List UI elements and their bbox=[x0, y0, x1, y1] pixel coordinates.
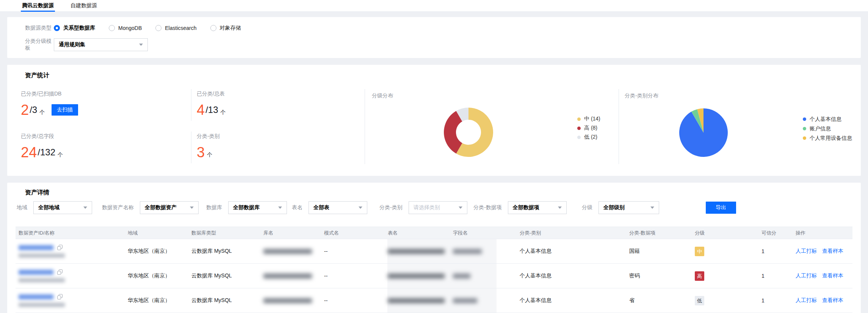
legend-dot bbox=[577, 117, 581, 121]
select-value: 全部数据资产 bbox=[145, 204, 177, 211]
view-sample-link[interactable]: 查看样本 bbox=[822, 248, 843, 255]
copy-icon[interactable] bbox=[57, 294, 63, 300]
template-label: 分类分级模板 bbox=[25, 38, 54, 52]
stat-total: /13 bbox=[205, 105, 218, 115]
col-asset-id: 数据资产ID/名称 bbox=[16, 230, 125, 236]
divider bbox=[191, 131, 191, 163]
radio-checked-icon bbox=[54, 25, 60, 31]
filter-label: 数据库 bbox=[206, 204, 222, 211]
cell-data-item: 密码 bbox=[626, 264, 692, 288]
col-actions: 操作 bbox=[793, 230, 850, 236]
radio-relational-db[interactable]: 关系型数据库 bbox=[54, 25, 95, 31]
filter-label: 分类-类别 bbox=[379, 204, 403, 211]
chevron-down-icon bbox=[83, 207, 87, 209]
datasource-type-label: 数据源类型 bbox=[25, 25, 54, 31]
col-schema: 模式名 bbox=[321, 230, 385, 236]
divider bbox=[365, 89, 365, 164]
datasource-type-radio-group: 关系型数据库 MongoDB Elasticsearch 对象存储 bbox=[54, 25, 241, 31]
cell-score: 1 bbox=[758, 239, 793, 263]
top-tab-bar: 腾讯云数据源 自建数据源 bbox=[0, 0, 868, 12]
col-db-type: 数据库类型 bbox=[188, 230, 260, 236]
manual-tag-link[interactable]: 人工打标 bbox=[796, 297, 817, 304]
stat-total: /132 bbox=[38, 147, 55, 158]
level-badge-low: 低 bbox=[695, 296, 704, 305]
tab-self-built-datasource[interactable]: 自建数据源 bbox=[69, 0, 98, 12]
legend-label: 低 (2) bbox=[584, 134, 597, 141]
col-level: 分级 bbox=[692, 230, 758, 236]
asset-name-select[interactable]: 全部数据资产 bbox=[140, 201, 199, 214]
table-header: 数据资产ID/名称 地域 数据库类型 库名 模式名 表名 字段名 分类-类别 分… bbox=[16, 227, 852, 239]
asset-statistics-card: 资产统计 已分类/已扫描DB 2 /3 个 去扫描 已分类/总表 4 /13 个… bbox=[7, 65, 861, 176]
legend-item: 账户信息 bbox=[803, 124, 852, 133]
radio-icon bbox=[109, 25, 115, 31]
select-value: 全部数据项 bbox=[513, 204, 539, 211]
redacted-field-name bbox=[453, 298, 477, 303]
tabs: 腾讯云数据源 自建数据源 bbox=[21, 0, 98, 12]
table-name-select[interactable]: 全部表 bbox=[309, 201, 367, 214]
radio-label: Elasticsearch bbox=[165, 25, 196, 31]
cell-region: 华东地区（南京） bbox=[125, 264, 188, 288]
manual-tag-link[interactable]: 人工打标 bbox=[796, 248, 817, 255]
cell-data-item: 国籍 bbox=[626, 239, 692, 263]
col-category: 分类-类别 bbox=[517, 230, 626, 236]
category-distribution-title: 分类-类别分布 bbox=[625, 92, 658, 99]
filter-data-item: 分类-数据项 全部数据项 bbox=[473, 201, 567, 214]
cell-category: 个人基本信息 bbox=[517, 239, 626, 263]
stat-value: 2 bbox=[21, 103, 29, 117]
radio-mongodb[interactable]: MongoDB bbox=[109, 25, 142, 31]
col-db-name: 库名 bbox=[260, 230, 321, 236]
stat-categories: 分类-类别 3 个 bbox=[197, 133, 220, 160]
tab-tencent-cloud-datasource[interactable]: 腾讯云数据源 bbox=[21, 0, 55, 12]
datasource-filter-card: 数据源类型 关系型数据库 MongoDB Elasticsearch 对象存储 … bbox=[7, 17, 861, 58]
database-select[interactable]: 全部数据库 bbox=[228, 201, 287, 214]
cell-category: 个人基本信息 bbox=[517, 288, 626, 313]
redacted-asset-id bbox=[19, 245, 53, 250]
copy-icon[interactable] bbox=[57, 269, 63, 275]
cell-score: 1 bbox=[758, 264, 793, 288]
scan-button[interactable]: 去扫描 bbox=[52, 104, 78, 116]
view-sample-link[interactable]: 查看样本 bbox=[822, 297, 843, 304]
radio-object-storage[interactable]: 对象存储 bbox=[210, 25, 241, 31]
radio-elasticsearch[interactable]: Elasticsearch bbox=[155, 25, 196, 31]
stat-label: 已分类/已扫描DB bbox=[21, 91, 78, 97]
level-distribution-donut-chart bbox=[438, 102, 499, 163]
category-distribution-legend: 个人基本信息 账户信息 个人常用设备信息 bbox=[803, 114, 852, 143]
stat-total-tables: 已分类/总表 4 /13 个 bbox=[197, 91, 226, 117]
stat-label: 已分类/总字段 bbox=[21, 133, 63, 140]
cell-db-type: 云数据库 MySQL bbox=[188, 239, 260, 263]
cell-schema: -- bbox=[321, 239, 385, 263]
filter-label: 分类-数据项 bbox=[473, 204, 502, 211]
asset-table: 数据资产ID/名称 地域 数据库类型 库名 模式名 表名 字段名 分类-类别 分… bbox=[16, 227, 852, 313]
stat-unit: 个 bbox=[221, 109, 226, 117]
table-row: 华东地区（南京） 云数据库 MySQL -- 个人基本信息 密码 高 1 人工打… bbox=[16, 264, 852, 288]
cell-region: 华东地区（南京） bbox=[125, 288, 188, 313]
cell-score: 1 bbox=[758, 288, 793, 313]
legend-dot bbox=[803, 136, 806, 140]
filter-region: 地域 全部地域 bbox=[17, 201, 92, 214]
level-badge-high: 高 bbox=[695, 271, 704, 281]
export-button[interactable]: 导出 bbox=[706, 202, 736, 214]
filter-asset-name: 数据资产名称 全部数据资产 bbox=[102, 201, 199, 214]
select-value: 全部表 bbox=[313, 204, 329, 211]
view-sample-link[interactable]: 查看样本 bbox=[822, 272, 843, 279]
manual-tag-link[interactable]: 人工打标 bbox=[796, 272, 817, 279]
template-select[interactable]: 通用规则集 bbox=[54, 38, 148, 51]
legend-dot bbox=[577, 136, 581, 139]
copy-icon[interactable] bbox=[57, 245, 63, 250]
data-item-select[interactable]: 全部数据项 bbox=[508, 201, 567, 214]
col-table: 表名 bbox=[385, 230, 450, 236]
cell-data-item: 省 bbox=[626, 288, 692, 313]
legend-dot bbox=[803, 117, 806, 121]
category-select[interactable]: 请选择类别 bbox=[409, 201, 467, 214]
radio-label: MongoDB bbox=[118, 25, 142, 31]
cell-category: 个人基本信息 bbox=[517, 264, 626, 288]
cell-region: 华东地区（南京） bbox=[125, 239, 188, 263]
level-select[interactable]: 全部级别 bbox=[599, 201, 659, 214]
divider bbox=[191, 89, 191, 121]
select-value: 全部级别 bbox=[603, 204, 625, 211]
divider bbox=[619, 89, 619, 164]
filter-label: 地域 bbox=[17, 204, 27, 211]
region-select[interactable]: 全部地域 bbox=[33, 201, 92, 214]
redacted-db-name bbox=[263, 249, 312, 254]
filter-label: 数据资产名称 bbox=[102, 204, 134, 211]
